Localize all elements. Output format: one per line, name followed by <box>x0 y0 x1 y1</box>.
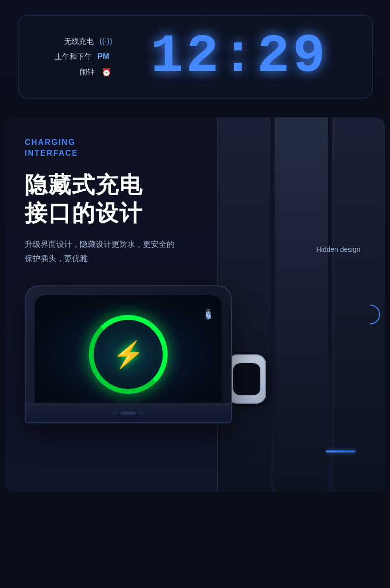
description-content: 升级界面设计，隐藏设计更防水，更安全的保护插头，更优雅 <box>25 240 175 263</box>
clock-info-panel: 无线充电 ((·)) 上午和下午 PM 闹钟 ⏰ <box>34 37 112 77</box>
alarm-row: 闹钟 ⏰ <box>34 68 112 77</box>
description-text: 升级界面设计，隐藏设计更防水，更安全的保护插头，更优雅 <box>25 238 242 266</box>
watch-screen <box>233 363 260 395</box>
am-pm-label: 上午和下午 <box>55 52 92 62</box>
hidden-design-label: Hidden design <box>316 245 360 253</box>
wireless-charging-label: 无线充电 <box>64 37 94 46</box>
charging-section: CHARGING INTERFACE 隐藏式充电 接口的设计 Hidden de… <box>5 117 385 492</box>
section-divider <box>0 113 390 117</box>
pm-text: PM <box>98 52 112 61</box>
wireless-charging-row: 无线充电 ((·)) <box>34 37 112 46</box>
alarm-icon: ⏰ <box>101 68 112 77</box>
wireless-charging-icon: ((·)) <box>100 37 112 46</box>
alarm-label: 闹钟 <box>80 68 95 77</box>
phone-text-overlay: 无线充电畅享 <box>205 305 212 311</box>
clock-time: 12:29 <box>150 30 328 84</box>
port-right <box>140 412 143 415</box>
phone-screen: ⚡ 无线充电畅享 <box>35 295 222 414</box>
charging-ring: ⚡ <box>89 315 168 394</box>
device-mockup-container: ⚡ 无线充电畅享 <box>25 285 365 423</box>
clock-card: 无线充电 ((·)) 上午和下午 PM 闹钟 ⏰ 12:29 <box>18 15 373 99</box>
am-pm-row: 上午和下午 PM <box>34 52 112 62</box>
port-left <box>113 412 117 415</box>
watch-mockup <box>227 354 266 404</box>
clock-display: 12:29 <box>122 30 357 84</box>
lightning-icon: ⚡ <box>112 340 144 370</box>
phone-bottom-bar <box>26 403 231 422</box>
clock-section: 无线充电 ((·)) 上午和下午 PM 闹钟 ⏰ 12:29 <box>0 0 390 113</box>
cable-decoration <box>326 450 355 452</box>
phone-mockup: ⚡ 无线充电畅享 <box>25 285 232 423</box>
port-center <box>121 412 136 415</box>
